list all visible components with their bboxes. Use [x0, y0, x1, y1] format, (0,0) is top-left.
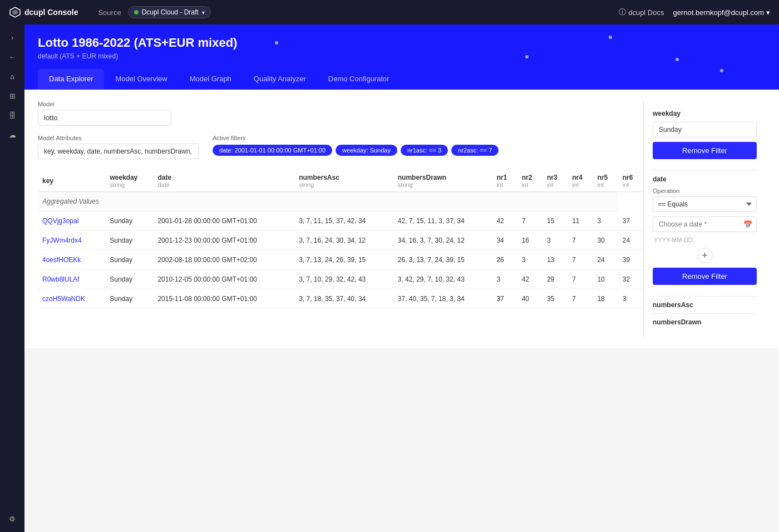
- cell-nr5: 24: [593, 250, 618, 270]
- col-header-key: key: [38, 170, 105, 192]
- active-filters-section: Active filters date: 2001-01-01 00:00:00…: [213, 135, 643, 156]
- filter-chip-weekday[interactable]: weekday: Sunday: [336, 145, 397, 156]
- source-selector[interactable]: Dcupl Cloud - Draft ▾: [128, 6, 211, 18]
- tab-demo-configurator[interactable]: Demo Configurator: [317, 69, 401, 90]
- tab-bar: Data Explorer Model Overview Model Graph…: [38, 69, 766, 90]
- cell-nr4: 7: [568, 231, 593, 250]
- filter-chip-nr1asc[interactable]: nr1asc: == 3: [401, 145, 448, 156]
- sidebar-home-button[interactable]: ⌂: [6, 68, 19, 85]
- table-row: QQVjg3opal Sunday 2001-01-28 00:00:00 GM…: [38, 211, 643, 231]
- cell-key: czoH5WaNDK: [38, 289, 105, 309]
- sidebar-settings-button[interactable]: ⚙: [4, 510, 20, 528]
- data-table: key weekday string date date: [38, 170, 643, 309]
- cell-nr1: 42: [492, 211, 517, 231]
- row-key-link[interactable]: 4oesfHOEKk: [42, 256, 81, 264]
- sidebar-database-button[interactable]: 🗄: [4, 107, 21, 124]
- source-status-dot: [134, 10, 139, 14]
- filter-chip-nr2asc[interactable]: nr2asc: == 7: [451, 145, 499, 156]
- date-filter-title: date: [653, 175, 757, 183]
- cell-nr3: 35: [543, 289, 568, 309]
- cell-weekday: Sunday: [105, 231, 153, 250]
- row-key-link[interactable]: FyJWm4rdx4: [42, 237, 82, 244]
- date-input-wrapper: 📅: [653, 216, 757, 232]
- cell-nr5: 30: [593, 231, 618, 250]
- model-attributes-section: Model Attributes: [38, 135, 199, 159]
- add-condition-button[interactable]: +: [697, 248, 713, 263]
- cell-weekday: Sunday: [105, 211, 153, 231]
- filter-divider-2: [653, 296, 757, 297]
- table-header-row: key weekday string date date: [38, 170, 643, 192]
- cell-nr4: 7: [568, 250, 593, 270]
- col-header-weekday: weekday string: [105, 170, 153, 192]
- col-header-nr3: nr3 int: [543, 170, 568, 192]
- cell-numbersdrawn: 37, 40, 35, 7, 18, 3, 34: [393, 289, 492, 309]
- source-name: Dcupl Cloud - Draft: [142, 8, 199, 16]
- row-key-link[interactable]: R0wb8lULAf: [42, 275, 80, 283]
- cell-nr2: 16: [517, 231, 543, 250]
- sidebar: › ← ⌂ ⊞ 🗄 ☁ ⚙: [0, 24, 24, 532]
- header-banner: Lotto 1986-2022 (ATS+EUR mixed) default …: [24, 24, 779, 90]
- numbersdrawn-filter-title: numbersDrawn: [653, 318, 757, 326]
- cell-date: 2001-01-28 00:00:00 GMT+01:00: [153, 211, 294, 231]
- home-icon: ⌂: [10, 72, 14, 81]
- tab-model-graph[interactable]: Model Graph: [179, 69, 243, 90]
- active-filters-label: Active filters: [213, 135, 643, 141]
- cell-numbersasc: 3, 7, 13, 24, 26, 39, 15: [294, 250, 393, 270]
- cell-nr1: 34: [492, 231, 517, 250]
- model-attributes-label: Model Attributes: [38, 135, 199, 141]
- cell-numbersasc: 3, 7, 11, 15, 37, 42, 34: [294, 211, 393, 231]
- docs-link[interactable]: ⓘ dcupl Docs: [619, 7, 664, 17]
- cell-numbersdrawn: 26, 3, 13, 7, 24, 39, 15: [393, 250, 492, 270]
- tab-data-explorer[interactable]: Data Explorer: [38, 69, 104, 90]
- cell-nr3: 29: [543, 270, 568, 289]
- calendar-icon[interactable]: 📅: [743, 220, 752, 229]
- model-label: Model: [38, 101, 643, 107]
- sidebar-grid-button[interactable]: ⊞: [5, 87, 20, 105]
- cell-weekday: Sunday: [105, 270, 153, 289]
- cell-date: 2010-12-05 00:00:00 GMT+01:00: [153, 270, 294, 289]
- cell-nr6: 24: [618, 231, 643, 250]
- row-key-link[interactable]: QQVjg3opal: [42, 217, 78, 225]
- cell-numbersasc: 3, 7, 16, 24, 30, 34, 12: [294, 231, 393, 250]
- logo[interactable]: dcupl Console: [9, 6, 78, 18]
- col-header-nr5: nr5 int: [593, 170, 618, 192]
- cell-numbersdrawn: 34, 16, 3, 7, 30, 24, 12: [393, 231, 492, 250]
- table-row: R0wb8lULAf Sunday 2010-12-05 00:00:00 GM…: [38, 270, 643, 289]
- cell-nr4: 7: [568, 289, 593, 309]
- settings-icon: ⚙: [9, 515, 16, 523]
- operation-select[interactable]: == Equals: [653, 196, 757, 212]
- date-remove-filter-button[interactable]: Remove Filter: [653, 268, 757, 285]
- date-input[interactable]: [653, 216, 757, 232]
- col-header-date: date date: [153, 170, 294, 192]
- cell-nr1: 3: [492, 270, 517, 289]
- date-filter-section: date Operation == Equals 📅 YYYY-MM-DD + …: [653, 175, 757, 292]
- tab-quality-analyzer[interactable]: Quality Analyzer: [243, 69, 317, 90]
- sidebar-toggle-button[interactable]: ›: [7, 29, 18, 46]
- filter-chip-date[interactable]: date: 2001-01-01 00:00:00 GMT+01:00: [213, 145, 332, 156]
- model-attributes-input[interactable]: [38, 144, 199, 159]
- topnav-right: ⓘ dcupl Docs gernot.bernkopf@dcupl.com ▾: [619, 7, 770, 17]
- table-body: Aggregated Values QQVjg3opal Sunday 2001…: [38, 192, 643, 309]
- info-icon: ⓘ: [619, 7, 626, 17]
- agg-label: Aggregated Values: [38, 192, 153, 211]
- user-menu[interactable]: gernot.bernkopf@dcupl.com ▾: [673, 8, 770, 17]
- filter-divider-1: [653, 170, 757, 171]
- table-row: czoH5WaNDK Sunday 2015-11-08 00:00:00 GM…: [38, 289, 643, 309]
- weekday-remove-filter-button[interactable]: Remove Filter: [653, 142, 757, 159]
- grid-icon: ⊞: [9, 92, 16, 100]
- source-chevron-icon: ▾: [202, 9, 205, 16]
- tab-model-overview[interactable]: Model Overview: [104, 69, 178, 90]
- row-key-link[interactable]: czoH5WaNDK: [42, 295, 85, 303]
- cell-numbersasc: 3, 7, 18, 35, 37, 40, 34: [294, 289, 393, 309]
- col-header-nr1: nr1 int: [492, 170, 517, 192]
- sidebar-back-button[interactable]: ←: [4, 48, 21, 66]
- main-content: Lotto 1986-2022 (ATS+EUR mixed) default …: [24, 24, 779, 532]
- col-header-numbersdrawn: numbersDrawn string: [393, 170, 492, 192]
- user-email: gernot.bernkopf@dcupl.com: [673, 8, 764, 17]
- table-header: key weekday string date date: [38, 170, 643, 192]
- col-header-numbersasc: numbersAsc string: [294, 170, 393, 192]
- model-input[interactable]: [38, 110, 171, 126]
- filter-chips-container: date: 2001-01-01 00:00:00 GMT+01:00 week…: [213, 145, 643, 156]
- sidebar-cloud-button[interactable]: ☁: [4, 126, 21, 144]
- cell-nr6: 37: [618, 211, 643, 231]
